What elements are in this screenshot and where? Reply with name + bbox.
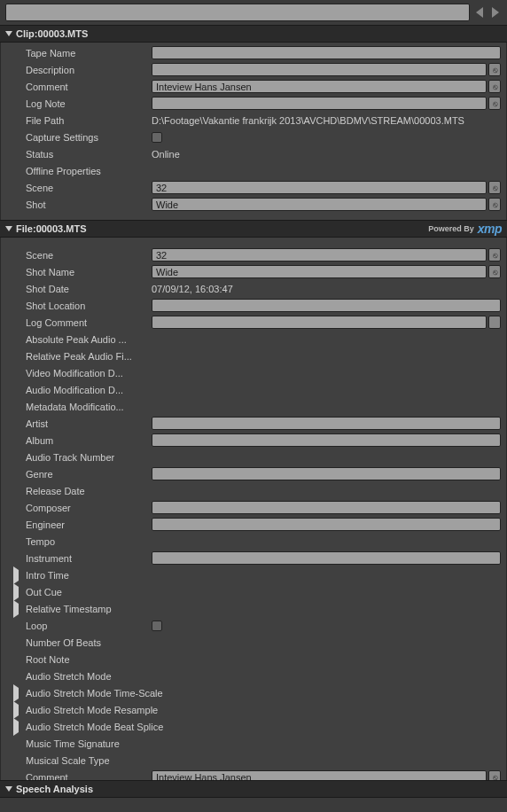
value-file-path: D:\Footage\Vakantie frankrijk 2013\AVCHD… [152,115,501,126]
label-video-mod: Video Modification D... [26,368,148,379]
input-log-comment[interactable] [152,316,487,329]
label-description: Description [26,65,148,75]
label-tape-name: Tape Name [26,48,148,59]
link-button[interactable]: ⎋ [488,63,501,76]
input-comment[interactable] [152,80,487,93]
label-tempo: Tempo [26,536,148,547]
input-description[interactable] [152,63,487,76]
disclosure-right-icon[interactable] [13,705,19,715]
label-loop: Loop [26,621,148,631]
link-button[interactable] [488,316,501,329]
input-instrument[interactable] [152,551,501,565]
checkbox-capture-settings[interactable] [152,132,162,143]
label-rel-peak: Relative Peak Audio Fi... [26,351,148,362]
label-album: Album [26,435,148,446]
label-rel-timestamp: Relative Timestamp [26,604,148,614]
checkbox-loop[interactable] [152,621,162,631]
input-shot-location[interactable] [152,299,501,312]
disclosure-right-icon[interactable] [13,570,19,581]
input-engineer[interactable] [152,518,501,531]
disclosure-down-icon [5,786,12,792]
clip-panel: Tape Name Description ⎋ Comment ⎋ Log No… [0,43,507,220]
value-status: Online [152,149,501,160]
label-intro-time: Intro Time [26,570,148,581]
label-file-comment: Comment [26,772,148,781]
disclosure-down-icon [5,31,12,36]
label-release-date: Release Date [26,486,148,496]
label-capture-settings: Capture Settings [26,132,148,143]
disclosure-right-icon[interactable] [13,722,19,732]
label-log-note: Log Note [26,98,148,109]
section-header-speech[interactable]: Speech Analysis [0,780,507,798]
label-stretch-beat: Audio Stretch Mode Beat Splice [26,722,163,732]
label-scale-type: Musical Scale Type [26,755,148,766]
label-stretch-time: Audio Stretch Mode Time-Scale [26,688,163,699]
section-prefix: Clip: [16,28,37,39]
link-button[interactable]: ⎋ [488,770,501,780]
input-file-scene[interactable] [152,248,487,262]
search-input[interactable] [5,4,470,21]
link-button[interactable]: ⎋ [488,198,501,211]
input-artist[interactable] [152,417,501,430]
label-meta-mod: Metadata Modificatio... [26,402,148,412]
input-composer[interactable] [152,501,501,514]
input-file-comment[interactable] [152,770,487,780]
disclosure-right-icon[interactable] [13,604,19,614]
disclosure-down-icon [5,226,12,231]
link-button[interactable]: ⎋ [488,181,501,194]
label-offline-properties: Offline Properties [26,166,148,176]
label-engineer: Engineer [26,519,148,530]
xmp-logo-icon: xmp [478,222,502,236]
xmp-badge: Powered By xmp [428,222,502,236]
input-shot-name[interactable] [152,265,487,278]
label-artist: Artist [26,418,148,429]
label-time-sig: Music Time Signature [26,738,148,749]
label-composer: Composer [26,503,148,513]
label-shot: Shot [26,199,148,210]
label-root-note: Root Note [26,654,148,665]
link-button[interactable]: ⎋ [488,248,501,262]
label-instrument: Instrument [26,553,148,564]
label-out-cue: Out Cue [26,587,148,597]
section-title: Speech Analysis [16,784,93,794]
label-log-comment: Log Comment [26,317,148,328]
section-filename: 00003.MTS [36,223,87,234]
disclosure-right-icon[interactable] [13,587,19,597]
label-shot-date: Shot Date [26,284,148,294]
label-file-path: File Path [26,115,148,126]
link-button[interactable]: ⎋ [488,80,501,93]
section-header-file[interactable]: File: 00003.MTS Powered By xmp [0,220,507,238]
input-tape-name[interactable] [152,46,501,59]
nav-prev-button[interactable] [473,5,486,20]
nav-next-button[interactable] [489,5,502,20]
link-button[interactable]: ⎋ [488,265,501,278]
file-panel: Scene ⎋ Shot Name ⎋ Shot Date 07/09/12, … [0,238,507,780]
input-scene[interactable] [152,181,487,194]
section-prefix: File: [16,223,36,234]
label-num-beats: Number Of Beats [26,637,148,648]
link-button[interactable]: ⎋ [488,97,501,110]
label-shot-name: Shot Name [26,267,148,277]
section-filename: 00003.MTS [37,28,88,39]
disclosure-right-icon[interactable] [13,688,19,699]
section-header-clip[interactable]: Clip: 00003.MTS [0,25,507,43]
label-genre: Genre [26,469,148,480]
label-stretch-mode: Audio Stretch Mode [26,671,148,682]
label-track-num: Audio Track Number [26,452,148,463]
value-shot-date: 07/09/12, 16:03:47 [152,284,501,294]
label-scene: Scene [26,183,148,193]
input-genre[interactable] [152,467,501,480]
label-scene: Scene [26,250,148,261]
input-log-note[interactable] [152,97,487,110]
input-shot[interactable] [152,198,487,211]
label-audio-mod: Audio Modification D... [26,385,148,395]
input-album[interactable] [152,433,501,447]
label-status: Status [26,149,148,160]
label-stretch-resample: Audio Stretch Mode Resample [26,705,158,715]
label-comment: Comment [26,82,148,92]
label-shot-location: Shot Location [26,301,148,311]
label-abs-peak: Absolute Peak Audio ... [26,334,148,345]
